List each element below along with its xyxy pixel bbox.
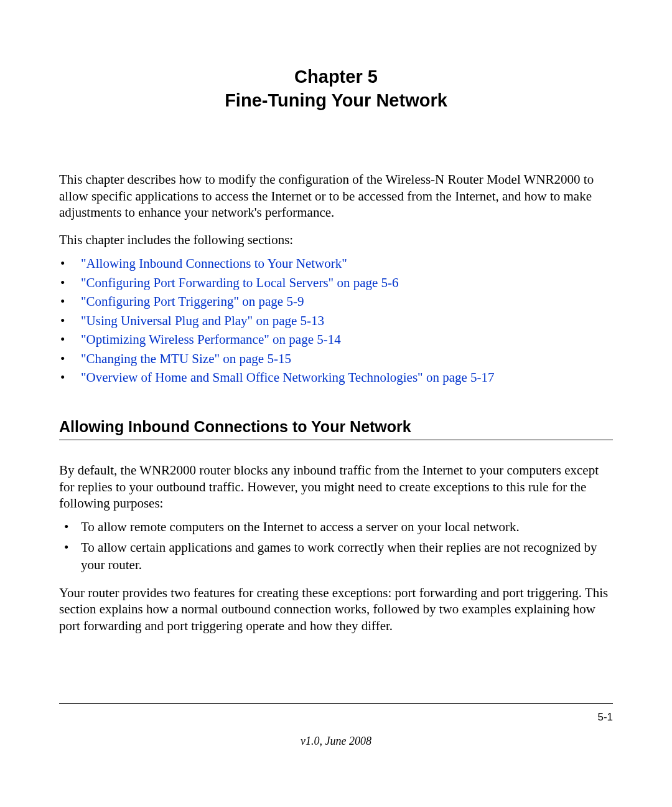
- toc-link[interactable]: "Configuring Port Triggering" on page 5-…: [81, 294, 304, 309]
- toc-link[interactable]: "Changing the MTU Size" on page 5-15: [81, 351, 291, 366]
- toc-item: "Configuring Port Triggering" on page 5-…: [59, 292, 613, 311]
- intro-paragraph: This chapter describes how to modify the…: [59, 171, 613, 220]
- list-item: To allow certain applications and games …: [59, 539, 613, 573]
- sections-intro: This chapter includes the following sect…: [59, 232, 613, 248]
- chapter-title: Fine-Tuning Your Network: [59, 89, 613, 113]
- toc-link[interactable]: "Using Universal Plug and Play" on page …: [81, 313, 324, 328]
- toc-link[interactable]: "Configuring Port Forwarding to Local Se…: [81, 275, 399, 290]
- toc-link[interactable]: "Optimizing Wireless Performance" on pag…: [81, 332, 341, 347]
- chapter-number: Chapter 5: [59, 65, 613, 89]
- toc-link[interactable]: "Overview of Home and Small Office Netwo…: [81, 370, 495, 385]
- section-paragraph: Your router provides two features for cr…: [59, 585, 613, 634]
- chapter-heading: Chapter 5 Fine-Tuning Your Network: [59, 65, 613, 112]
- toc-item: "Using Universal Plug and Play" on page …: [59, 311, 613, 330]
- toc-link[interactable]: "Allowing Inbound Connections to Your Ne…: [81, 256, 347, 271]
- toc-item: "Configuring Port Forwarding to Local Se…: [59, 273, 613, 292]
- page-number: 5-1: [59, 711, 613, 724]
- section-paragraph: By default, the WNR2000 router blocks an…: [59, 462, 613, 511]
- toc-item: "Changing the MTU Size" on page 5-15: [59, 349, 613, 368]
- list-item: To allow remote computers on the Interne…: [59, 519, 613, 536]
- page-footer: 5-1 v1.0, June 2008: [59, 703, 613, 748]
- purpose-list: To allow remote computers on the Interne…: [59, 519, 613, 573]
- section-heading: Allowing Inbound Connections to Your Net…: [59, 418, 613, 440]
- toc-item: "Overview of Home and Small Office Netwo…: [59, 368, 613, 387]
- toc-item: "Allowing Inbound Connections to Your Ne…: [59, 254, 613, 273]
- version-text: v1.0, June 2008: [59, 735, 613, 748]
- toc-item: "Optimizing Wireless Performance" on pag…: [59, 330, 613, 349]
- document-page: Chapter 5 Fine-Tuning Your Network This …: [0, 0, 672, 634]
- toc-list: "Allowing Inbound Connections to Your Ne…: [59, 254, 613, 387]
